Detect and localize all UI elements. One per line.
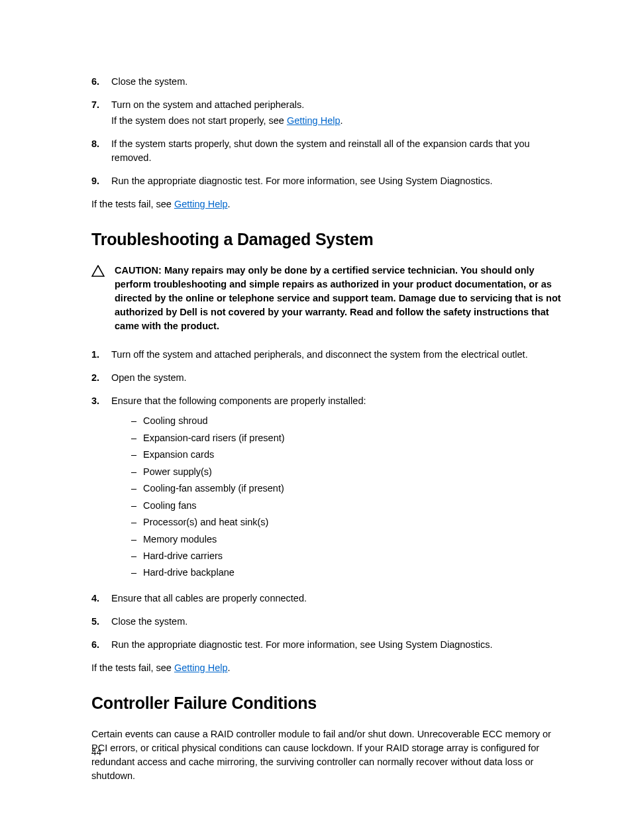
step-text: Ensure that all cables are properly conn… [111,592,561,605]
list-item: 2. Open the system. [91,371,561,385]
mid-step-list: 1. Turn off the system and attached peri… [91,348,561,652]
step-number: 3. [91,394,111,408]
list-item: 4. Ensure that all cables are properly c… [91,592,561,605]
step-number: 7. [91,98,111,112]
list-item: Processor(s) and heat sink(s) [131,515,561,529]
getting-help-link[interactable]: Getting Help [287,115,341,126]
list-item: Memory modules [131,532,561,547]
step-text: Run the appropriate diagnostic test. For… [111,638,561,652]
caution-block: CAUTION: Many repairs may only be done b… [91,264,561,333]
step-number: 8. [91,137,111,151]
step-text: Turn on the system and attached peripher… [111,99,304,110]
step-text: Run the appropriate diagnostic test. For… [111,174,561,188]
step-subtext: If the system does not start properly, s… [111,114,561,128]
list-item: Expansion cards [131,447,561,462]
step-number: 6. [91,75,111,89]
caution-icon [91,265,105,280]
step-number: 4. [91,592,111,605]
component-list: Cooling shroud Expansion-card risers (if… [131,413,561,580]
list-item: 1. Turn off the system and attached peri… [91,348,561,362]
getting-help-link[interactable]: Getting Help [174,199,228,209]
heading-controller-failure: Controller Failure Conditions [91,694,561,713]
subtext-pre: If the system does not start properly, s… [111,115,287,126]
list-item: 3. Ensure that the following components … [91,394,561,582]
tail-pre: If the tests fail, see [91,199,174,209]
list-item: Cooling-fan assembly (if present) [131,481,561,496]
document-page: 6. Close the system. 7. Turn on the syst… [0,0,632,840]
step-number: 2. [91,371,111,385]
step-text: Ensure that the following components are… [111,395,366,406]
subtext-post: . [341,115,343,126]
list-item: Cooling fans [131,498,561,513]
list-item: 9. Run the appropriate diagnostic test. … [91,174,561,188]
step-number: 9. [91,174,111,188]
top-step-list: 6. Close the system. 7. Turn on the syst… [91,75,561,188]
step-text: Open the system. [111,371,561,385]
list-item: 8. If the system starts properly, shut d… [91,137,561,165]
list-item: Cooling shroud [131,413,561,428]
step-body: Turn on the system and attached peripher… [111,98,561,128]
step-number: 1. [91,348,111,362]
list-item: 7. Turn on the system and attached perip… [91,98,561,128]
tail-pre: If the tests fail, see [91,662,174,673]
list-item: 5. Close the system. [91,615,561,629]
list-item: Expansion-card risers (if present) [131,431,561,445]
caution-text: CAUTION: Many repairs may only be done b… [115,264,561,333]
tail-post: . [228,199,231,209]
list-item: Hard-drive backplane [131,565,561,580]
list-item: 6. Run the appropriate diagnostic test. … [91,638,561,652]
top-tail-paragraph: If the tests fail, see Getting Help. [91,197,561,211]
getting-help-link[interactable]: Getting Help [174,662,228,673]
step-number: 6. [91,638,111,652]
heading-troubleshooting: Troubleshooting a Damaged System [91,230,561,249]
page-number: 44 [91,747,101,757]
list-item: Power supply(s) [131,464,561,479]
step-text: If the system starts properly, shut down… [111,137,561,165]
step-text: Close the system. [111,75,561,89]
tail-post: . [228,662,231,673]
step-text: Turn off the system and attached periphe… [111,348,561,362]
list-item: 6. Close the system. [91,75,561,89]
step-body: Ensure that the following components are… [111,394,561,582]
list-item: Hard-drive carriers [131,549,561,563]
mid-tail-paragraph: If the tests fail, see Getting Help. [91,661,561,675]
step-number: 5. [91,615,111,629]
step-text: Close the system. [111,615,561,629]
controller-paragraph: Certain events can cause a RAID controll… [91,727,561,783]
